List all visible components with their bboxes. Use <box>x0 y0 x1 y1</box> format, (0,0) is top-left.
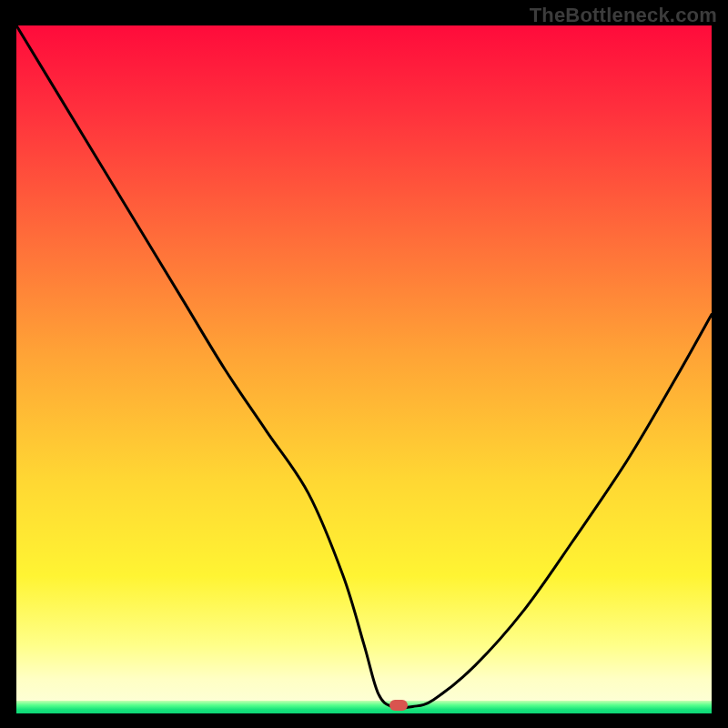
chart-frame: TheBottleneck.com <box>0 0 728 728</box>
plot-area <box>16 25 712 713</box>
optimum-marker <box>389 700 408 711</box>
bottleneck-curve <box>16 25 712 713</box>
watermark-label: TheBottleneck.com <box>530 4 717 27</box>
